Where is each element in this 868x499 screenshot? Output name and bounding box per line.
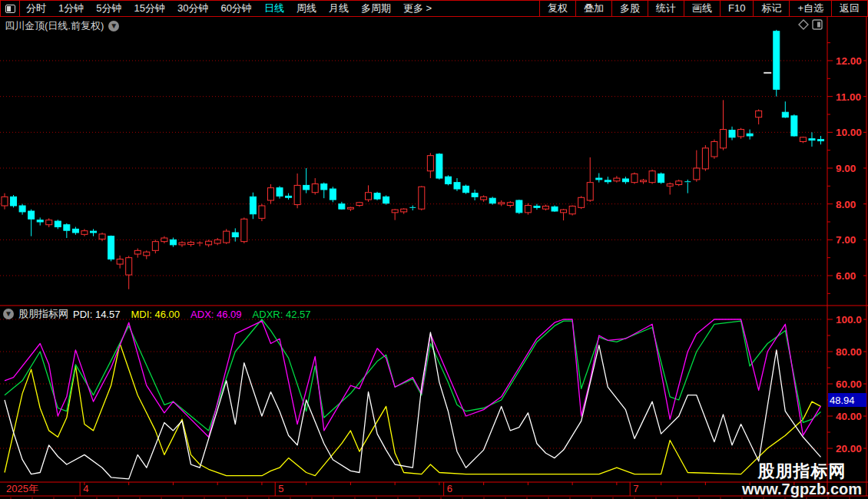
watermark-brand: 股朋指标网: [742, 461, 862, 481]
candle-51: [454, 178, 460, 191]
toolbar-button-6[interactable]: 标记: [753, 1, 789, 16]
candle-23: [206, 240, 212, 246]
price-axis-label: 9.00: [836, 163, 856, 174]
candle-70: [622, 177, 628, 183]
candle-30: [267, 184, 273, 204]
candle-45: [401, 208, 407, 213]
panel-toggle-button[interactable]: [1, 1, 20, 16]
chart-title: 四川金顶(日线.前复权): [5, 19, 104, 33]
indicator-line-adxr: [5, 319, 821, 431]
candle-49: [436, 153, 442, 180]
candle-67: [596, 173, 602, 183]
toolbar-button-1[interactable]: 叠加: [575, 1, 611, 16]
candle-40: [356, 202, 363, 207]
candle-5: [46, 218, 52, 227]
price-axis-label: 11.00: [836, 91, 861, 103]
candle-31: [277, 186, 283, 198]
candle-2: [19, 204, 25, 215]
candle-60: [534, 204, 540, 210]
candle-55: [489, 197, 495, 204]
candle-52: [463, 184, 469, 193]
year-label: 2025年: [6, 483, 38, 494]
candle-37: [330, 187, 336, 202]
candle-89: [791, 114, 797, 137]
candle-47: [419, 186, 425, 210]
toolbar-button-3[interactable]: 统计: [648, 1, 684, 16]
chevron-down-icon[interactable]: ▼: [108, 21, 119, 31]
candle-3: [28, 210, 35, 236]
period-menu-item-6[interactable]: 日线: [258, 1, 290, 16]
indicator-axis-label: 80.00: [836, 346, 862, 358]
chevron-down-icon[interactable]: ▼: [3, 309, 14, 319]
candle-21: [188, 241, 194, 246]
candle-46: [409, 206, 416, 211]
candle-63: [561, 209, 567, 220]
period-menu-item-10[interactable]: 更多 >: [397, 1, 438, 16]
toolbar-button-2[interactable]: 多股: [611, 1, 648, 16]
period-menu-item-2[interactable]: 5分钟: [90, 1, 128, 16]
candle-83: [738, 128, 744, 139]
candle-87: [774, 30, 780, 97]
period-menu-item-3[interactable]: 15分钟: [128, 1, 171, 16]
split-panel-icon: [5, 5, 15, 13]
candle-29: [259, 204, 265, 221]
period-menu-item-8[interactable]: 月线: [323, 1, 355, 16]
candle-11: [99, 233, 105, 241]
indicator-line-mdi: [5, 344, 821, 476]
period-menu-item-4[interactable]: 30分钟: [171, 1, 214, 16]
candle-82: [729, 127, 735, 140]
candle-90: [800, 137, 806, 143]
candle-59: [525, 203, 531, 215]
price-axis-label: 6.00: [836, 270, 856, 282]
candle-13: [117, 256, 123, 269]
candle-6: [55, 220, 61, 229]
candle-72: [641, 179, 647, 184]
candle-17: [152, 240, 158, 253]
candle-84: [747, 130, 753, 140]
period-menu-item-9[interactable]: 多周期: [355, 1, 397, 16]
candle-34: [303, 168, 310, 193]
candle-0: [2, 193, 8, 210]
candle-43: [383, 195, 389, 204]
period-menu-item-0[interactable]: 分时: [20, 1, 52, 16]
candle-57: [507, 201, 513, 207]
candle-32: [286, 193, 292, 200]
period-menu-item-7[interactable]: 周线: [290, 1, 323, 16]
toolbar-spacer: [438, 1, 539, 16]
toolbar-button-4[interactable]: 画线: [684, 1, 720, 16]
candle-10: [90, 229, 96, 236]
candle-24: [214, 238, 220, 245]
diamond-icon[interactable]: [799, 20, 808, 29]
mdi-readout: MDI: 46.00: [131, 309, 180, 320]
toolbar-button-0[interactable]: 复权: [539, 1, 575, 16]
candle-9: [81, 229, 88, 236]
toolbar-button-8[interactable]: 返回: [831, 1, 867, 16]
candle-28: [250, 193, 256, 220]
candle-85: [756, 109, 762, 124]
candle-81: [720, 100, 726, 150]
candle-79: [702, 145, 708, 171]
candle-56: [499, 200, 505, 206]
price-axis-label: 10.00: [836, 127, 862, 138]
indicator-line-pdi: [5, 332, 821, 479]
indicator-line-adx: [5, 319, 821, 437]
toolbar-button-5[interactable]: F10: [720, 1, 753, 16]
period-menu-item-1[interactable]: 1分钟: [52, 1, 90, 16]
candle-75: [667, 183, 673, 195]
candle-38: [339, 202, 345, 210]
candle-50: [445, 175, 451, 185]
candle-73: [649, 170, 655, 184]
period-menu-item-5[interactable]: 60分钟: [214, 1, 257, 16]
indicator-axis-label: 60.00: [836, 378, 862, 390]
candle-1: [11, 195, 17, 207]
candle-88: [782, 101, 788, 117]
toolbar-button-7[interactable]: +自选: [789, 1, 831, 16]
candle-77: [684, 180, 691, 193]
adx-readout: ADX: 46.09: [190, 309, 242, 320]
candle-78: [694, 150, 700, 182]
chart-canvas[interactable]: 12.0011.0010.009.008.007.006.00100.080.0…: [0, 0, 868, 499]
candle-44: [392, 209, 398, 220]
candle-20: [179, 241, 185, 246]
candle-61: [542, 205, 548, 210]
candle-48: [427, 153, 433, 178]
